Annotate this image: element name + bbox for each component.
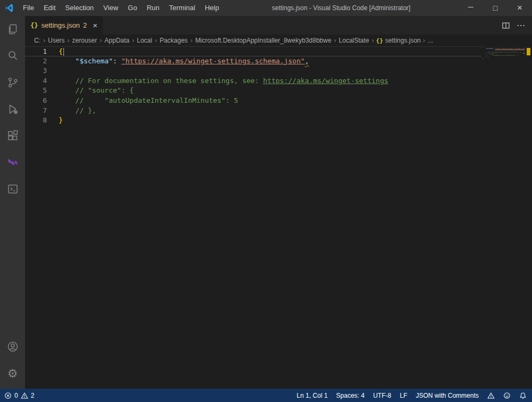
minimap-line: } [482, 58, 525, 60]
menu-help[interactable]: Help [200, 0, 224, 16]
eol-setting[interactable]: LF [400, 392, 407, 399]
code-line[interactable]: 2 "$schema": "https://aka.ms/winget-sett… [25, 56, 481, 67]
breadcrumb-item[interactable]: zerouser [71, 37, 98, 44]
editor-actions: ⋯ [502, 16, 532, 35]
cursor-position[interactable]: Ln 1, Col 1 [297, 392, 328, 399]
problems-indicator[interactable]: 0 2 [4, 392, 34, 399]
menu-view[interactable]: View [99, 0, 123, 16]
explorer-icon[interactable] [0, 16, 25, 43]
line-number: 6 [25, 96, 47, 106]
warning-icon [21, 392, 28, 399]
chevron-right-icon: › [130, 37, 136, 44]
chevron-right-icon: › [98, 37, 104, 44]
menu-bar: File Edit Selection View Go Run Terminal… [18, 0, 224, 16]
breadcrumb-item[interactable]: Microsoft.DesktopAppInstaller_8wekyb3d8b… [195, 37, 332, 44]
breadcrumb-item[interactable]: AppData [104, 37, 130, 44]
chevron-right-icon: › [332, 37, 338, 44]
breadcrumb-item[interactable]: Local [136, 37, 153, 44]
breadcrumb-overflow[interactable]: ... [427, 37, 433, 44]
minimap-line: "$schema": "https://aka.ms/winget-settin… [482, 48, 525, 50]
code-line[interactable]: 3 [25, 66, 481, 76]
tab-close-icon[interactable]: × [93, 21, 98, 30]
chevron-right-icon: › [41, 37, 47, 44]
menu-selection[interactable]: Selection [60, 0, 98, 16]
json-file-icon: {} [376, 37, 383, 44]
text-cursor [63, 48, 65, 56]
code-line[interactable]: 8} [25, 116, 481, 126]
settings-gear-icon[interactable]: ⚙ [0, 360, 25, 387]
minimap[interactable]: { "$schema": "https://aka.ms/winget-sett… [482, 46, 525, 60]
status-bar: 0 2 Ln 1, Col 1 Spaces: 4 UTF-8 LF JSON … [0, 389, 532, 402]
menu-file[interactable]: File [18, 0, 39, 16]
overview-ruler[interactable] [525, 46, 532, 389]
minimize-button[interactable]: ─ [458, 0, 483, 16]
maximize-button[interactable]: □ [483, 0, 507, 16]
line-content [47, 66, 59, 76]
window-title: settings.json - Visual Studio Code [Admi… [224, 4, 458, 12]
breadcrumb-item[interactable]: Users [47, 37, 65, 44]
split-editor-icon[interactable] [502, 21, 510, 30]
vscode-window: File Edit Selection View Go Run Terminal… [0, 0, 532, 402]
language-mode[interactable]: JSON with Comments [416, 392, 479, 399]
code-lines: 1{2 "$schema": "https://aka.ms/winget-se… [25, 46, 481, 126]
line-number: 2 [25, 56, 47, 67]
menu-go[interactable]: Go [123, 0, 142, 16]
code-line[interactable]: 7 // }, [25, 106, 481, 116]
line-content: // For documentation on these settings, … [47, 76, 388, 86]
chevron-right-icon: › [421, 37, 427, 44]
warning-count: 2 [31, 392, 35, 399]
extensions-icon[interactable] [0, 122, 25, 149]
terraform-icon[interactable] [0, 149, 25, 176]
bell-icon[interactable] [519, 392, 527, 399]
code-line[interactable]: 4 // For documentation on these settings… [25, 76, 481, 86]
close-button[interactable]: × [507, 0, 532, 16]
tab-bar: {} settings.json 2 × ⋯ [25, 16, 532, 35]
json-file-icon: {} [30, 22, 38, 29]
search-icon[interactable] [0, 43, 25, 69]
minimize-icon: ─ [468, 3, 473, 11]
tab-badge: 2 [83, 21, 87, 29]
breadcrumb-item[interactable]: Packages [159, 37, 188, 44]
close-icon: × [517, 3, 522, 13]
line-number: 3 [25, 66, 47, 76]
alert-icon[interactable] [487, 392, 495, 399]
gear-glyph: ⚙ [7, 367, 18, 380]
line-number: 8 [25, 116, 47, 126]
feedback-icon[interactable] [503, 392, 511, 399]
line-content: // "source": { [47, 86, 134, 96]
window-controls: ─ □ × [458, 0, 532, 16]
indentation-setting[interactable]: Spaces: 4 [336, 392, 365, 399]
chevron-right-icon: › [369, 37, 376, 44]
warning-marker [527, 48, 530, 55]
line-content: { [47, 47, 64, 56]
breadcrumb-item[interactable]: C: [34, 37, 41, 44]
tab-label: settings.json [41, 21, 79, 29]
source-control-icon[interactable] [0, 69, 25, 96]
vscode-logo-icon [0, 3, 18, 13]
account-icon[interactable] [0, 333, 25, 360]
activity-bar: ⚙ [0, 16, 25, 389]
code-line[interactable]: 6 // "autoUpdateIntervalInMinutes": 5 [25, 96, 481, 106]
terminal-extension-icon[interactable] [0, 176, 25, 202]
breadcrumb-file[interactable]: {} settings.json [376, 37, 421, 44]
tab-settings-json[interactable]: {} settings.json 2 × [25, 16, 103, 35]
line-content: // "autoUpdateIntervalInMinutes": 5 [47, 96, 238, 106]
code-line[interactable]: 5 // "source": { [25, 86, 481, 96]
title-bar: File Edit Selection View Go Run Terminal… [0, 0, 532, 16]
more-actions-icon[interactable]: ⋯ [517, 20, 526, 30]
code-line[interactable]: 1{ [25, 46, 481, 56]
line-number: 1 [25, 47, 47, 56]
chevron-right-icon: › [188, 37, 195, 44]
line-content: // }, [47, 106, 96, 116]
menu-edit[interactable]: Edit [39, 0, 60, 16]
line-content: "$schema": "https://aka.ms/winget-settin… [47, 56, 309, 67]
breadcrumbs: C: › Users › zerouser › AppData › Local … [25, 35, 532, 46]
encoding-setting[interactable]: UTF-8 [373, 392, 391, 399]
error-count: 0 [14, 392, 18, 399]
code-editor[interactable]: 1{2 "$schema": "https://aka.ms/winget-se… [25, 46, 532, 389]
maximize-icon: □ [493, 4, 497, 12]
breadcrumb-item[interactable]: LocalState [338, 37, 370, 44]
menu-run[interactable]: Run [142, 0, 164, 16]
menu-terminal[interactable]: Terminal [164, 0, 200, 16]
run-debug-icon[interactable] [0, 96, 25, 122]
